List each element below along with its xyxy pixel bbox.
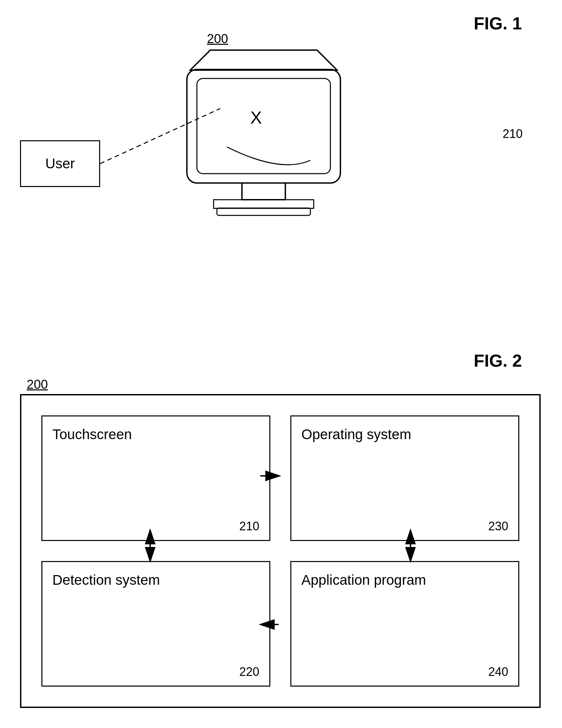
svg-rect-6: [217, 208, 310, 215]
fig2-title: FIG. 2: [474, 351, 522, 371]
svg-line-7: [100, 109, 220, 164]
operating-system-number: 230: [301, 519, 508, 537]
touchscreen-label: Touchscreen: [52, 426, 259, 519]
ref-200-fig2: 200: [27, 377, 48, 392]
fig2-outer-box: Touchscreen 210 Operating system 230 Det…: [20, 394, 541, 708]
page: FIG. 1 200 X 210 User FIG. 2 200: [0, 0, 562, 728]
operating-system-label: Operating system: [301, 426, 508, 519]
detection-system-number: 220: [52, 665, 259, 682]
touchscreen-box: Touchscreen 210: [41, 415, 270, 541]
svg-rect-5: [214, 200, 314, 208]
fig2-grid: Touchscreen 210 Operating system 230 Det…: [21, 395, 539, 707]
detection-system-box: Detection system 220: [41, 561, 270, 687]
label-210-fig1: 210: [503, 127, 523, 141]
application-program-number: 240: [301, 665, 508, 682]
touchscreen-number: 210: [52, 519, 259, 537]
detection-system-label: Detection system: [52, 572, 259, 665]
svg-text:X: X: [250, 108, 262, 127]
ref-200-fig1: 200: [207, 32, 228, 46]
application-program-box: Application program 240: [290, 561, 519, 687]
svg-rect-4: [242, 183, 285, 200]
dashed-line-fig1: [20, 47, 227, 234]
application-program-label: Application program: [301, 572, 508, 665]
operating-system-box: Operating system 230: [290, 415, 519, 541]
fig1-title: FIG. 1: [474, 13, 522, 33]
